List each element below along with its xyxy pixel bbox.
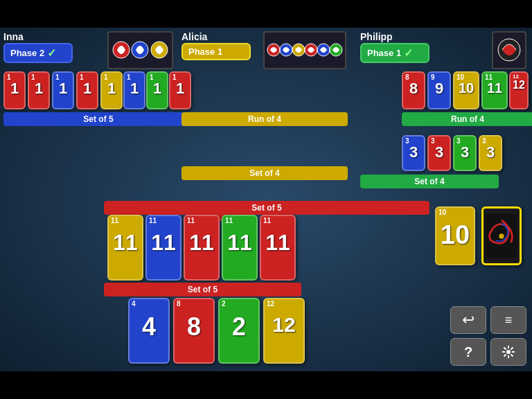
inna-check: ✓: [47, 46, 56, 60]
menu-button[interactable]: ≡: [490, 306, 526, 334]
philipp-phase-badge: Phase 1 ✓: [360, 43, 429, 63]
center-card-8: 8 8: [173, 298, 215, 364]
inna-card-5: 1 1: [100, 71, 123, 109]
svg-point-12: [506, 350, 511, 354]
philipp-card-12: 12 12: [509, 71, 529, 109]
center-row1-bottom-label: Set of 5: [104, 283, 301, 296]
center-card-2: 2 2: [218, 298, 260, 364]
center-card-11d: 11 11: [222, 215, 258, 281]
player-name-inna: Inna: [3, 31, 24, 42]
deck-card-10[interactable]: 10 10: [435, 206, 475, 265]
philipp-avatar: [492, 31, 526, 69]
inna-card-6: 1 1: [123, 71, 145, 109]
alicia-phase-badge: Phase 1: [181, 43, 251, 60]
player-name-philipp: Philipp: [360, 31, 393, 42]
top-bar: [0, 0, 532, 28]
svg-point-11: [499, 233, 504, 238]
philipp-check: ✓: [404, 46, 413, 60]
philipp-card-8: 8 8: [402, 71, 425, 109]
bottom-bar: [0, 371, 532, 399]
philipp-card-11: 11 11: [481, 71, 508, 109]
alicia-group-label: Run of 4: [181, 112, 348, 126]
center-card-11c: 11 11: [184, 215, 220, 281]
center-card-11a: 11 11: [107, 215, 143, 281]
philipp-row1-label: Run of 4: [402, 112, 532, 126]
alicia-avatar: [263, 31, 346, 69]
svg-line-18: [511, 355, 513, 357]
center-card-11b: 11 11: [145, 215, 181, 281]
button-area: ↩ ≡ ?: [450, 306, 526, 366]
inna-avatar: [107, 31, 173, 69]
svg-line-19: [511, 348, 513, 350]
undo-button[interactable]: ↩: [450, 306, 486, 334]
inna-card-7: 1 1: [146, 71, 168, 109]
inna-card-2: 1 1: [28, 71, 50, 109]
svg-line-17: [504, 348, 506, 350]
player-name-alicia: Alicia: [181, 31, 207, 42]
inna-phase-badge: Phase 2 ✓: [3, 43, 73, 63]
wild-card[interactable]: [481, 206, 522, 265]
philipp-card-3a: 3 3: [402, 135, 425, 171]
inna-group-label: Set of 5: [3, 112, 193, 126]
philipp-card-3c: 3 3: [453, 135, 477, 171]
center-card-4: 4 4: [128, 298, 170, 364]
svg-line-20: [504, 355, 506, 357]
inna-card-3: 1 1: [52, 71, 74, 109]
philipp-card-3b: 3 3: [427, 135, 451, 171]
center-card-12: 12 12: [263, 298, 305, 364]
settings-button[interactable]: [490, 338, 526, 366]
inna-phase-label: Phase 2: [10, 48, 44, 58]
center-card-11e: 11 11: [260, 215, 296, 281]
alicia-center-label: Set of 4: [181, 166, 348, 180]
philipp-phase-label: Phase 1: [367, 48, 401, 58]
philipp-card-3d: 3 3: [479, 135, 502, 171]
philipp-card-9: 9 9: [427, 71, 451, 109]
center-row1-label: Set of 5: [104, 201, 429, 215]
game-area: Inna Phase 2 ✓ 1 1 1 1 1 1 1 1 1 1 1: [0, 28, 532, 371]
philipp-row2-label: Set of 4: [360, 175, 499, 188]
help-button[interactable]: ?: [450, 338, 486, 366]
alicia-phase-label: Phase 1: [188, 46, 222, 57]
philipp-card-10: 10 10: [453, 71, 479, 109]
inna-card-8: 1 1: [169, 71, 191, 109]
inna-card-1: 1 1: [3, 71, 26, 109]
inna-card-4: 1 1: [76, 71, 98, 109]
